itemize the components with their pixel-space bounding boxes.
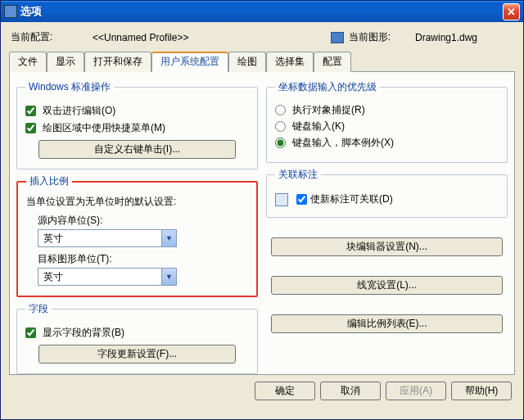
drawing-icon: [331, 32, 344, 43]
chk-show-field-bg-label: 显示字段的背景(B): [43, 326, 124, 340]
tab-drafting[interactable]: 绘图: [228, 52, 266, 72]
chk-make-assoc-label: 使新标注可关联(D): [310, 192, 393, 206]
chk-dblclick-edit[interactable]: [25, 106, 36, 116]
src-units-label: 源内容单位(S):: [38, 214, 248, 228]
src-units-value: 英寸: [38, 230, 161, 246]
help-button[interactable]: 帮助(H): [451, 382, 512, 400]
window-title: 选项: [20, 4, 503, 19]
group-insert-scale-legend: 插入比例: [26, 174, 72, 188]
radio-keyboard[interactable]: [275, 121, 286, 132]
tab-bar: 文件 显示 打开和保存 用户系统配置 绘图 选择集 配置: [9, 51, 515, 72]
group-insert-scale: 插入比例 当单位设置为无单位时的默认设置: 源内容单位(S): 英寸 ▼ 目标图…: [16, 174, 258, 297]
group-assoc-dim-legend: 关联标注: [275, 168, 321, 182]
tab-panel: Windows 标准操作 双击进行编辑(O) 绘图区域中使用快捷菜单(M) 自定…: [9, 72, 515, 375]
drawing-name: Drawing1.dwg: [415, 32, 513, 43]
header-row: 当前配置: <<Unnamed Profile>> 当前图形: Drawing1…: [9, 27, 515, 51]
current-config-label: 当前配置:: [11, 30, 93, 44]
tab-profiles[interactable]: 配置: [314, 52, 351, 72]
tab-file[interactable]: 文件: [9, 52, 47, 72]
tab-selection[interactable]: 选择集: [266, 52, 314, 72]
group-windows-standard-legend: Windows 标准操作: [25, 80, 114, 94]
group-coord-priority: 坐标数据输入的优先级 执行对象捕捉(R) 键盘输入(K) 键盘输入，脚本例外(X…: [266, 80, 508, 163]
tgt-units-label: 目标图形单位(T):: [38, 252, 248, 266]
app-icon: [4, 5, 17, 18]
content-area: 当前配置: <<Unnamed Profile>> 当前图形: Drawing1…: [1, 22, 523, 419]
titlebar: 选项 ✕: [1, 1, 523, 22]
profile-name: <<Unnamed Profile>>: [93, 32, 331, 43]
action-bar: 确定 取消 应用(A) 帮助(H): [9, 375, 515, 404]
current-drawing-label: 当前图形:: [349, 30, 391, 44]
group-windows-standard: Windows 标准操作 双击进行编辑(O) 绘图区域中使用快捷菜单(M) 自定…: [16, 80, 258, 169]
chk-make-assoc[interactable]: [296, 194, 307, 205]
radio-osnap-label: 执行对象捕捉(R): [292, 103, 365, 117]
btn-field-update-settings[interactable]: 字段更新设置(F)...: [38, 345, 235, 364]
ok-button[interactable]: 确定: [255, 382, 315, 400]
chk-shortcut-menu[interactable]: [25, 123, 36, 133]
chevron-down-icon[interactable]: ▼: [161, 230, 176, 246]
insert-scale-note: 当单位设置为无单位时的默认设置:: [26, 195, 248, 209]
chevron-down-icon[interactable]: ▼: [161, 269, 176, 285]
btn-block-editor-settings[interactable]: 块编辑器设置(N)...: [271, 237, 503, 256]
group-fields: 字段 显示字段的背景(B) 字段更新设置(F)...: [16, 302, 258, 374]
radio-osnap[interactable]: [275, 105, 286, 115]
tab-user-preferences[interactable]: 用户系统配置: [151, 52, 228, 72]
close-button[interactable]: ✕: [503, 3, 520, 20]
radio-keyboard-label: 键盘输入(K): [292, 120, 345, 133]
group-assoc-dim: 关联标注 使新标注可关联(D): [266, 168, 508, 218]
btn-lineweight-settings[interactable]: 线宽设置(L)...: [271, 276, 503, 295]
chk-shortcut-menu-label: 绘图区域中使用快捷菜单(M): [43, 121, 165, 135]
apply-button[interactable]: 应用(A): [386, 382, 446, 400]
tgt-units-value: 英寸: [38, 269, 161, 285]
left-column: Windows 标准操作 双击进行编辑(O) 绘图区域中使用快捷菜单(M) 自定…: [16, 80, 258, 368]
btn-customize-rightclick[interactable]: 自定义右键单击(I)...: [38, 140, 235, 159]
group-fields-legend: 字段: [25, 302, 52, 316]
tab-display[interactable]: 显示: [47, 52, 84, 72]
group-coord-priority-legend: 坐标数据输入的优先级: [275, 80, 380, 94]
right-column: 坐标数据输入的优先级 执行对象捕捉(R) 键盘输入(K) 键盘输入，脚本例外(X…: [266, 80, 508, 368]
close-icon: ✕: [507, 6, 516, 18]
options-dialog: 选项 ✕ 当前配置: <<Unnamed Profile>> 当前图形: Dra…: [0, 0, 524, 420]
radio-keyboard-script-label: 键盘输入，脚本例外(X): [292, 136, 394, 150]
radio-keyboard-script[interactable]: [275, 138, 286, 148]
tgt-units-combo[interactable]: 英寸 ▼: [38, 268, 177, 286]
src-units-combo[interactable]: 英寸 ▼: [38, 229, 177, 247]
chain-icon: [275, 193, 288, 206]
chk-dblclick-edit-label: 双击进行编辑(O): [43, 104, 115, 118]
tab-open-save[interactable]: 打开和保存: [84, 52, 151, 72]
btn-edit-scale-list[interactable]: 编辑比例列表(E)...: [271, 314, 503, 333]
cancel-button[interactable]: 取消: [320, 382, 381, 400]
chk-show-field-bg[interactable]: [25, 327, 36, 338]
